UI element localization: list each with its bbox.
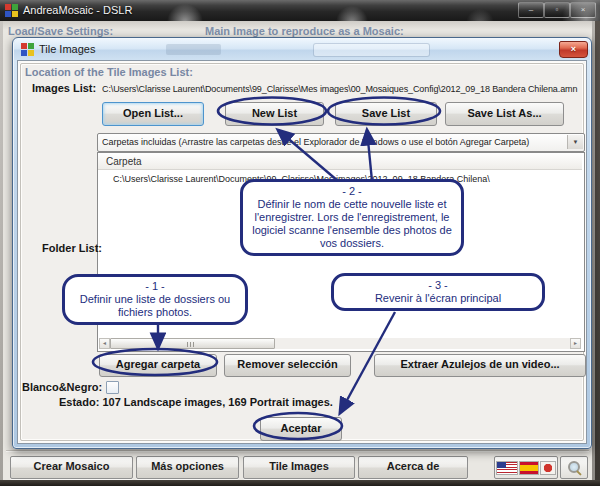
blanco-negro-checkbox[interactable] — [106, 381, 119, 394]
scroll-left-icon[interactable]: ◄ — [99, 338, 110, 349]
scrollbar-thumb[interactable] — [110, 338, 275, 349]
dialog-title: Tile Images — [39, 39, 95, 60]
us-flag-icon — [497, 462, 517, 474]
acerca-de-button[interactable]: Acerca de — [358, 456, 468, 479]
maximize-icon[interactable]: ▫ — [544, 2, 570, 18]
dialog-titlebar[interactable]: Tile Images × — [14, 39, 590, 60]
desktop-bottom-strip — [0, 480, 600, 486]
main-window-titlebar: AndreaMosaic - DSLR – ▫ × — [0, 0, 600, 21]
open-list-button[interactable]: Open List... — [102, 102, 204, 126]
callout-3-title: - 3 - — [339, 279, 537, 292]
remover-seleccion-button[interactable]: Remover selección — [224, 354, 351, 377]
main-image-label: Main Image to reproduce as a Mosaic: — [205, 25, 404, 37]
callout-1-text: Definir une liste de dossiers ou fichier… — [70, 293, 240, 319]
carpeta-column-header[interactable]: Carpeta — [98, 153, 582, 170]
load-save-settings-label: Load/Save Settings: — [8, 25, 113, 37]
glass-ghost — [314, 44, 429, 56]
japan-flag-icon — [541, 462, 555, 474]
status-text: Estado: 107 Landscape images, 169 Portra… — [59, 396, 333, 408]
agregar-carpeta-button[interactable]: Agregar carpeta — [99, 354, 217, 377]
folders-dropdown-value: Carpetas incluidas (Arrastre las carpeta… — [102, 134, 562, 150]
desktop-right-strip — [595, 21, 600, 480]
search-button[interactable] — [560, 456, 588, 479]
blanco-negro-label: Blanco&Negro: — [22, 381, 102, 393]
dialog-mosaic-icon — [21, 43, 34, 56]
callout-1-title: - 1 - — [70, 280, 240, 293]
chevron-down-icon: ▼ — [567, 135, 583, 149]
location-header: Location of the Tile Images List: — [25, 66, 193, 78]
search-icon — [568, 461, 580, 473]
scroll-right-icon[interactable]: ► — [570, 338, 581, 349]
callout-step-2: - 2 - Définir le nom de cette nouvelle l… — [240, 179, 464, 256]
scrollbar-grip — [187, 342, 194, 347]
dialog-close-icon[interactable]: × — [559, 41, 588, 58]
main-window-title: AndreaMosaic - DSLR — [23, 0, 132, 21]
callout-2-text: Définir le nom de cette nouvelle liste e… — [248, 198, 456, 250]
extraer-azulejos-button[interactable]: Extraer Azulejos de un video... — [374, 354, 586, 377]
callout-step-1: - 1 - Definir une liste de dossiers ou f… — [62, 274, 248, 325]
crear-mosaico-button[interactable]: Crear Mosaico — [10, 456, 133, 479]
aceptar-button[interactable]: Aceptar — [260, 417, 342, 441]
save-list-button[interactable]: Save List — [335, 102, 437, 126]
close-icon[interactable]: × — [570, 2, 596, 18]
images-list-label: Images List: — [32, 82, 96, 94]
images-list-path: C:\Users\Clarisse Laurent\Documents\99_C… — [102, 84, 584, 94]
save-list-as-button[interactable]: Save List As... — [445, 102, 564, 126]
spain-flag-icon — [520, 462, 538, 474]
folders-dropdown[interactable]: Carpetas incluidas (Arrastre las carpeta… — [97, 133, 585, 152]
glass-ghost — [166, 44, 221, 55]
callout-step-3: - 3 - Revenir à l'écran principal — [331, 273, 545, 311]
app-mosaic-icon — [5, 4, 18, 17]
mas-opciones-button[interactable]: Más opciones — [136, 456, 239, 479]
callout-3-text: Revenir à l'écran principal — [339, 292, 537, 305]
toolbar-separator — [6, 450, 589, 451]
folder-list-label: Folder List: — [37, 242, 102, 254]
horizontal-scrollbar[interactable]: ◄ ► — [99, 338, 581, 349]
minimize-icon[interactable]: – — [518, 2, 544, 18]
language-flags-button[interactable] — [494, 456, 558, 479]
window-left-edge — [0, 21, 3, 480]
new-list-button[interactable]: New List — [225, 102, 324, 126]
callout-2-title: - 2 - — [248, 185, 456, 198]
tile-images-button[interactable]: Tile Images — [243, 456, 355, 479]
